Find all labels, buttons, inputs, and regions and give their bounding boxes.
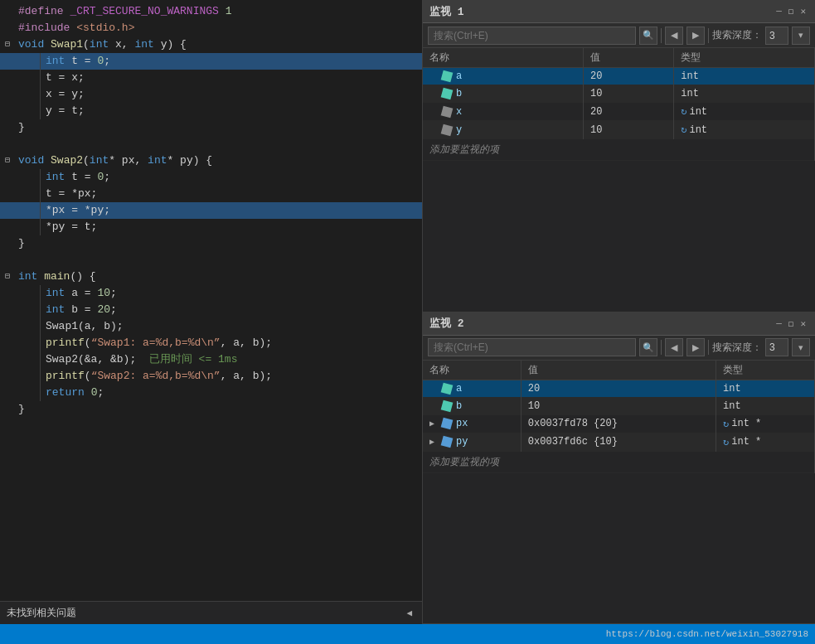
watch2-fwd-btn[interactable]: ▶: [686, 338, 705, 356]
table-row[interactable]: x 20 ↻ int: [423, 103, 815, 121]
refresh-icon[interactable]: ↻: [681, 123, 686, 136]
var-name-text: b: [456, 400, 462, 412]
table-row[interactable]: ▶ py 0x0037fd6c {10} ↻ int *: [423, 433, 815, 451]
var-name-text: px: [456, 418, 468, 429]
watch2-minimize-btn[interactable]: —: [774, 318, 784, 329]
watch1-fwd-btn[interactable]: ▶: [686, 27, 705, 45]
code-line-8: }: [0, 119, 422, 136]
watch-var-type: ↻ int *: [716, 433, 815, 451]
refresh-icon[interactable]: ↻: [723, 436, 729, 448]
type-text: int: [689, 124, 707, 136]
watch-var-value: 20: [584, 68, 674, 85]
line-text-19: int b = 20;: [46, 302, 422, 318]
add-watch-text[interactable]: 添加要监视的项: [423, 139, 815, 161]
watch1-close-btn[interactable]: ✕: [798, 6, 808, 17]
code-line-16: [0, 252, 422, 269]
gutter-17: ⊟: [0, 269, 18, 285]
var-icon: [441, 124, 453, 136]
add-watch-row[interactable]: 添加要监视的项: [423, 451, 815, 472]
refresh-icon[interactable]: ↻: [681, 105, 686, 118]
code-line-2: #include <stdio.h>: [0, 20, 422, 36]
watch1-back-btn[interactable]: ◀: [665, 27, 683, 45]
main-container: #define _CRT_SECURE_NO_WARNINGS 1 #inclu…: [0, 0, 815, 624]
table-row[interactable]: a 20 int: [423, 68, 815, 85]
watch2-sep2: [708, 340, 709, 355]
table-row[interactable]: ▶ px 0x0037fd78 {20} ↻ int *: [423, 414, 815, 433]
watch-container: 监视 1 — ◻ ✕ 🔍 ◀ ▶ 搜索深度： ▾: [423, 0, 815, 624]
code-line-13: *px = *py;: [0, 202, 422, 219]
watch2-table: 名称 值 类型 a 20 int: [423, 361, 815, 624]
var-icon: [441, 88, 453, 99]
watch-var-value: 0x0037fd78 {20}: [521, 414, 716, 433]
add-watch-row[interactable]: 添加要监视的项: [423, 139, 815, 161]
line-text-10: void Swap2(int* px, int* py) {: [18, 153, 422, 169]
var-icon: [441, 436, 453, 448]
watch1-panel: 监视 1 — ◻ ✕ 🔍 ◀ ▶ 搜索深度： ▾: [423, 0, 815, 312]
watch1-minimize-btn[interactable]: —: [774, 6, 784, 17]
table-row[interactable]: b 10 int: [423, 397, 815, 414]
refresh-icon[interactable]: ↻: [723, 418, 729, 430]
watch1-search-input[interactable]: [428, 27, 636, 45]
code-line-21: printf(“Swap1: a=%d,b=%d\n”, a, b);: [0, 335, 422, 351]
scroll-arrow-left[interactable]: ◀: [406, 608, 412, 618]
type-text: int: [681, 88, 699, 99]
code-panel: #define _CRT_SECURE_NO_WARNINGS 1 #inclu…: [0, 0, 423, 624]
watch2-back-btn[interactable]: ◀: [665, 338, 683, 356]
watch2-close-btn[interactable]: ✕: [798, 318, 808, 329]
var-icon: [441, 400, 453, 412]
code-line-19: int b = 20;: [0, 302, 422, 318]
watch-var-name: b: [423, 85, 584, 103]
watch-var-type: int: [674, 85, 815, 103]
add-watch-text[interactable]: 添加要监视的项: [423, 451, 815, 472]
code-line-25: }: [0, 401, 422, 418]
watch1-table: 名称 值 类型 a 20 int: [423, 48, 815, 312]
watch-var-name: ▶ py: [423, 433, 521, 451]
watch2-col-type: 类型: [716, 361, 815, 380]
var-icon: [441, 418, 453, 429]
watch1-col-value: 值: [584, 48, 674, 68]
collapse-17[interactable]: ⊟: [5, 269, 15, 285]
code-line-23: printf(“Swap2: a=%d,b=%d\n”, a, b);: [0, 368, 422, 385]
var-name-text: y: [456, 124, 462, 136]
code-line-7: y = t;: [0, 103, 422, 119]
expand-arrow[interactable]: ▶: [429, 419, 438, 429]
watch1-title-bar: 监视 1 — ◻ ✕: [423, 0, 815, 23]
line-text-15: }: [18, 235, 422, 252]
watch2-depth-dropdown[interactable]: ▾: [792, 338, 810, 356]
collapse-3[interactable]: ⊟: [5, 36, 15, 53]
table-row[interactable]: b 10 int: [423, 85, 815, 103]
watch2-search-btn[interactable]: 🔍: [639, 338, 657, 356]
watch-var-type: int: [716, 380, 815, 397]
code-line-12: t = *px;: [0, 186, 422, 202]
watch2-search-input[interactable]: [428, 338, 636, 356]
watch1-title: 监视 1: [429, 4, 464, 19]
watch-var-type: int: [674, 68, 815, 85]
code-line-6: x = y;: [0, 86, 422, 103]
watch1-search-btn[interactable]: 🔍: [639, 27, 657, 45]
var-name-text: py: [456, 436, 468, 448]
line-text-11: int t = 0;: [46, 169, 422, 186]
watch1-depth-input[interactable]: [765, 27, 788, 45]
problem-panel: 未找到相关问题 ◀: [0, 601, 422, 624]
watch2-title-bar: 监视 2 — ◻ ✕: [423, 312, 815, 336]
line-text-4: int t = 0;: [46, 53, 422, 70]
watch1-float-btn[interactable]: ◻: [786, 6, 797, 17]
watch2-depth-input[interactable]: [765, 338, 788, 356]
code-scroll-area[interactable]: #define _CRT_SECURE_NO_WARNINGS 1 #inclu…: [0, 0, 422, 601]
watch-var-name: a: [423, 380, 521, 397]
line-text-7: y = t;: [46, 103, 422, 119]
code-line-11: int t = 0;: [0, 169, 422, 186]
table-row[interactable]: a 20 int: [423, 380, 815, 397]
watch-var-name: ▶ px: [423, 414, 521, 433]
collapse-10[interactable]: ⊟: [5, 153, 15, 169]
line-text-25: }: [18, 401, 422, 418]
code-line-5: t = x;: [0, 70, 422, 86]
watch1-depth-dropdown[interactable]: ▾: [792, 27, 810, 45]
code-line-20: Swap1(a, b);: [0, 318, 422, 335]
problem-text: 未找到相关问题: [7, 606, 76, 620]
table-row[interactable]: y 10 ↻ int: [423, 121, 815, 139]
expand-arrow[interactable]: ▶: [429, 437, 438, 447]
type-text: int: [723, 383, 741, 395]
watch2-controls: — ◻ ✕: [774, 318, 808, 329]
watch2-float-btn[interactable]: ◻: [786, 318, 797, 329]
